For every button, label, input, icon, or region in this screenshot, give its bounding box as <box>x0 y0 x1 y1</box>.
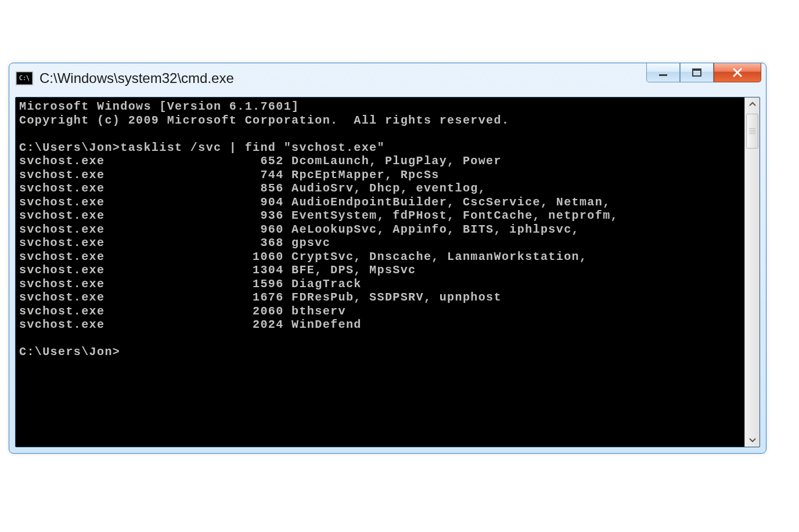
scrollbar-thumb[interactable] <box>746 114 758 149</box>
window-controls <box>646 63 761 84</box>
maximize-button[interactable] <box>680 63 714 82</box>
svg-rect-2 <box>693 69 701 71</box>
chevron-up-icon <box>749 101 756 108</box>
terminal-output[interactable]: Microsoft Windows [Version 6.1.7601] Cop… <box>16 97 745 447</box>
scroll-up-button[interactable] <box>745 97 760 111</box>
maximize-icon <box>692 67 702 78</box>
banner-line-1: Microsoft Windows [Version 6.1.7601] <box>19 100 299 113</box>
prompt-2: C:\Users\Jon> <box>19 345 120 359</box>
scroll-down-button[interactable] <box>745 433 760 447</box>
tasklist-output: svchost.exe 652 DcomLaunch, PlugPlay, Po… <box>19 154 742 332</box>
close-button[interactable] <box>714 63 761 82</box>
cmd-window: C:\ C:\Windows\system32\cmd.exe <box>9 63 766 454</box>
entered-command: tasklist /svc | find "svchost.exe" <box>120 141 385 154</box>
client-area: Microsoft Windows [Version 6.1.7601] Cop… <box>15 97 760 447</box>
chevron-down-icon <box>749 436 756 443</box>
cmd-icon-text: C:\ <box>19 75 30 81</box>
window-title: C:\Windows\system32\cmd.exe <box>39 70 234 86</box>
close-icon <box>732 67 743 78</box>
titlebar[interactable]: C:\ C:\Windows\system32\cmd.exe <box>9 63 766 93</box>
banner-line-2: Copyright (c) 2009 Microsoft Corporation… <box>19 114 509 127</box>
prompt-1: C:\Users\Jon> <box>19 141 120 154</box>
cmd-icon: C:\ <box>15 71 34 86</box>
svg-rect-0 <box>659 74 667 76</box>
minimize-button[interactable] <box>646 63 680 82</box>
minimize-icon <box>658 67 668 78</box>
vertical-scrollbar[interactable] <box>744 97 760 447</box>
